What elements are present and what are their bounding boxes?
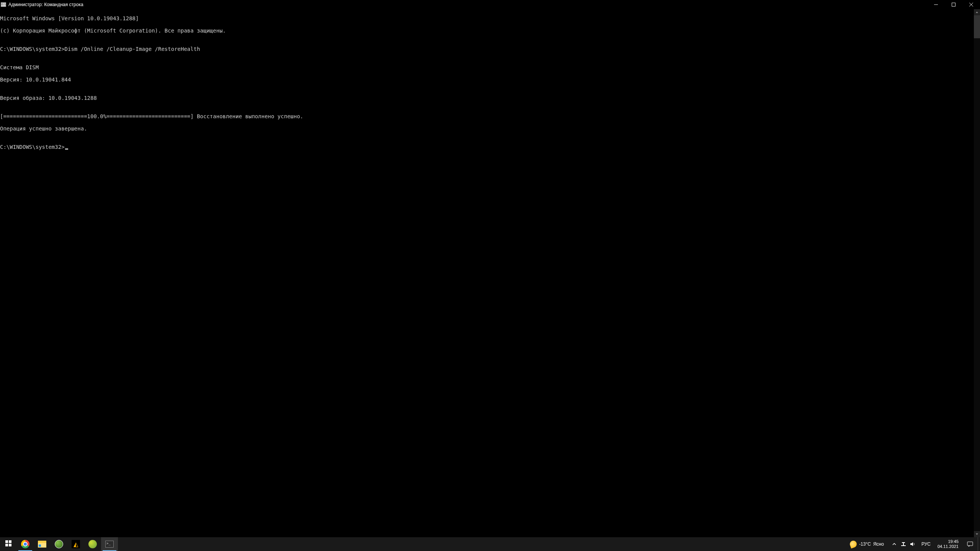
taskbar: -13°C Ясно РУС 19:45 04.11.2021	[0, 537, 980, 551]
file-explorer-icon	[38, 541, 46, 548]
taskbar-app-explorer[interactable]	[34, 537, 51, 551]
scrollbar-thumb[interactable]	[974, 15, 980, 38]
language-label: РУС	[921, 541, 931, 547]
titlebar-left: Администратор: Командная строка	[1, 2, 83, 7]
window-controls	[927, 0, 980, 9]
taskbar-app-3[interactable]	[51, 537, 67, 551]
svg-rect-7	[9, 540, 11, 543]
action-center-button[interactable]	[962, 537, 978, 551]
show-desktop-button[interactable]	[978, 537, 980, 551]
terminal-line: Операция успешно завершена.	[0, 126, 974, 132]
app-icon	[72, 540, 80, 548]
taskbar-app-cmd[interactable]	[101, 537, 118, 551]
svg-rect-12	[902, 542, 905, 543]
clock-time: 19:45	[948, 539, 959, 544]
svg-marker-5	[976, 533, 978, 535]
taskbar-app-5[interactable]	[84, 537, 101, 551]
svg-rect-14	[967, 542, 973, 546]
clock[interactable]: 19:45 04.11.2021	[934, 537, 962, 551]
terminal-prompt: C:\WINDOWS\system32>	[0, 144, 65, 150]
minimize-button[interactable]	[927, 0, 945, 9]
svg-marker-4	[976, 11, 978, 13]
language-indicator[interactable]: РУС	[918, 537, 934, 551]
taskbar-right: -13°C Ясно РУС 19:45 04.11.2021	[845, 537, 980, 551]
window-title: Администратор: Командная строка	[8, 2, 83, 7]
terminal-line: Версия: 10.0.19041.844	[0, 77, 974, 83]
clock-date: 04.11.2021	[938, 544, 959, 549]
weather-widget[interactable]: -13°C Ясно	[845, 537, 889, 551]
terminal-output[interactable]: Microsoft Windows [Version 10.0.19043.12…	[0, 9, 974, 537]
moon-icon	[849, 540, 858, 548]
app-icon	[88, 540, 97, 548]
cmd-icon	[105, 541, 114, 548]
titlebar[interactable]: Администратор: Командная строка	[0, 0, 980, 9]
start-button[interactable]	[0, 537, 17, 551]
scroll-up-button[interactable]	[974, 9, 980, 15]
vertical-scrollbar[interactable]	[974, 9, 980, 537]
weather-temp: -13°C	[859, 541, 871, 547]
weather-desc: Ясно	[873, 541, 884, 547]
svg-rect-11	[903, 543, 904, 545]
app-icon	[55, 540, 63, 548]
close-button[interactable]	[962, 0, 980, 9]
taskbar-app-chrome[interactable]	[17, 537, 34, 551]
volume-icon[interactable]	[910, 541, 915, 547]
maximize-button[interactable]	[945, 0, 962, 9]
terminal-line: Версия образа: 10.0.19043.1288	[0, 95, 974, 101]
taskbar-left	[0, 537, 118, 551]
scroll-down-button[interactable]	[974, 531, 980, 537]
taskbar-app-4[interactable]	[67, 537, 84, 551]
svg-marker-13	[910, 542, 913, 546]
svg-rect-10	[901, 545, 906, 546]
svg-rect-1	[952, 3, 956, 7]
terminal-line: C:\WINDOWS\system32>Dism /Online /Cleanu…	[0, 46, 974, 52]
terminal-line: Cистема DISM	[0, 64, 974, 70]
chrome-icon	[21, 540, 29, 548]
windows-icon	[5, 540, 11, 548]
svg-marker-15	[969, 546, 970, 547]
network-icon[interactable]	[901, 541, 906, 547]
cursor	[65, 148, 68, 150]
terminal-prompt-line: C:\WINDOWS\system32>	[0, 144, 974, 150]
cmd-icon	[1, 2, 6, 7]
svg-rect-9	[9, 544, 11, 546]
terminal-line: (c) Корпорация Майкрософт (Microsoft Cor…	[0, 28, 974, 34]
scrollbar-track[interactable]	[974, 15, 980, 531]
svg-rect-8	[5, 544, 8, 546]
terminal-line: [==========================100.0%=======…	[0, 113, 974, 119]
system-tray	[889, 537, 918, 551]
terminal-line: Microsoft Windows [Version 10.0.19043.12…	[0, 15, 974, 21]
svg-rect-6	[5, 540, 8, 543]
notification-icon	[967, 541, 973, 547]
chevron-up-icon[interactable]	[892, 541, 897, 547]
cmd-window: Администратор: Командная строка Microsof…	[0, 0, 980, 537]
